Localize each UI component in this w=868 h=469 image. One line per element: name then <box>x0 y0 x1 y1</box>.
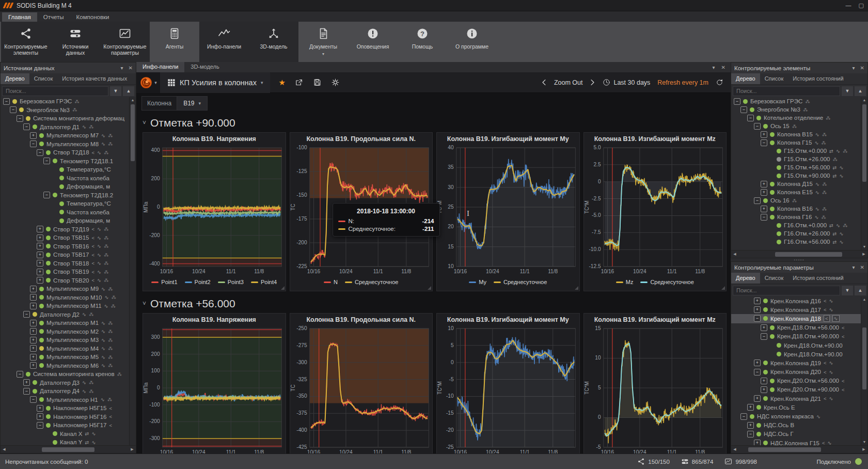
tree-item[interactable]: +Мультиплексор М2∿⁂ <box>1 327 129 336</box>
tree-item[interactable]: +Мультиплексор М5∿⁂ <box>1 353 129 362</box>
filter-up-icon[interactable]: ▲ <box>855 286 866 295</box>
tab-1[interactable]: Дерево <box>1 73 29 84</box>
legend-item[interactable]: Point2 <box>185 279 211 285</box>
panel-resize-handle[interactable] <box>575 286 578 290</box>
tree-item[interactable]: +Наклономер Н5Г16< <box>1 413 129 421</box>
chart-panel-title[interactable]: Колонна В19. Изгибающий момент Mz <box>584 314 727 326</box>
horizontal-scrollbar[interactable]: ◀▶ <box>1 445 136 453</box>
collapse-icon[interactable]: − <box>23 388 30 395</box>
legend-item[interactable]: Среднесуточное <box>640 279 693 285</box>
tree-item[interactable]: +Мультиплексор М1∿⁂ <box>1 319 129 327</box>
tree-item[interactable]: −Крен.Д18.Отм.+90.000< <box>731 332 861 341</box>
expand-icon[interactable]: + <box>30 362 37 369</box>
expand-icon[interactable]: + <box>30 354 37 361</box>
tab-2[interactable]: Список <box>29 73 58 84</box>
menu-tab-1[interactable]: Главная <box>2 12 37 22</box>
minimize-button[interactable]: — <box>846 2 851 9</box>
ribbon-button-help[interactable]: ?Помощь <box>398 22 447 62</box>
tree-item[interactable]: −Мультиплексор Н1∿⁂ <box>1 396 129 404</box>
tree-item[interactable]: +Даталоггер Д3∿⁂ <box>1 379 129 387</box>
tree-item[interactable]: −Ось 15⁂ <box>731 122 861 130</box>
collapse-icon[interactable]: − <box>23 123 30 130</box>
expand-icon[interactable]: + <box>30 337 37 343</box>
tab-3[interactable]: История качеств данных <box>57 73 132 84</box>
tree-item[interactable]: Температура,°С <box>1 165 129 174</box>
tree-item[interactable]: +Крен.Колонна Д21<∿ <box>731 394 861 403</box>
maximize-button[interactable]: ▢ <box>859 2 864 9</box>
expand-icon[interactable]: + <box>747 404 754 411</box>
collapse-icon[interactable]: − <box>30 396 37 403</box>
chart-panel-title[interactable]: Колонна В19. Напряжения <box>143 314 286 326</box>
tree-item[interactable]: +НДС.Колонна Г15<∿ <box>731 439 861 445</box>
tree-item[interactable]: +Створ Т5В19<∿⁂ <box>1 268 129 276</box>
chart-panel-title[interactable]: Колонна В19. Изгибающий момент Му <box>437 133 579 145</box>
settings-gear-icon[interactable] <box>331 78 340 87</box>
zoom-out-button[interactable]: Zoom Out <box>554 79 583 86</box>
collapse-icon[interactable]: − <box>17 115 23 122</box>
expand-icon[interactable]: + <box>37 252 43 258</box>
tree-item[interactable]: +Мультиплексор М4∿⁂ <box>1 345 129 353</box>
tree-item[interactable]: −Даталоггер Д4∿⁂ <box>1 387 129 396</box>
tree-item[interactable]: −Березовская ГРЭС⁂ <box>1 97 129 106</box>
collapse-icon[interactable]: − <box>747 115 754 121</box>
expand-icon[interactable]: + <box>754 359 761 366</box>
document-tab-2[interactable]: 3D-модель <box>184 62 225 72</box>
tree-item[interactable]: Г16.Отм.+0.000⇄∿⁂ <box>731 221 861 229</box>
tree-item[interactable]: −Березовская ГРЭС⁂ <box>731 97 861 105</box>
expand-icon[interactable]: + <box>37 405 43 412</box>
time-range-picker[interactable]: Last 30 days <box>603 79 650 86</box>
tree-item[interactable]: +Крен.Колонна Д17<∿ <box>731 305 861 314</box>
tree-item[interactable]: +Крен.Колонна Д16<∿ <box>731 296 861 305</box>
tree-item[interactable]: −Мультиплексор М8∿⁂ <box>1 140 129 149</box>
share-dashboard-icon[interactable] <box>295 78 304 87</box>
search-input[interactable] <box>2 86 108 96</box>
tree-item[interactable]: −Колонна Г16∿⁂ <box>731 213 861 221</box>
tree-item[interactable]: −Котельное отделение⁂ <box>731 114 861 122</box>
collapse-icon[interactable]: − <box>37 149 43 156</box>
tree-item[interactable]: Крен.Д18.Отм.+90.00 <box>731 341 861 350</box>
tree-item[interactable]: Г15.Отм.+0.000⇄∿⁂ <box>731 147 861 155</box>
collapse-icon[interactable]: − <box>747 431 754 437</box>
tree-item[interactable]: −НДС.Ось Г <box>731 430 861 439</box>
tree-item[interactable]: Деформация, м <box>1 182 129 191</box>
chart-panel-title[interactable]: Колонна В19. Изгибающий момент Му <box>437 314 579 326</box>
filter-up-icon[interactable]: ▲ <box>123 86 134 96</box>
filter-up-icon[interactable]: ▲ <box>855 86 866 96</box>
menu-tab-3[interactable]: Компоновки <box>70 12 116 22</box>
dock-icon[interactable]: ▾ <box>713 65 715 70</box>
filter-down-icon[interactable]: ▼ <box>842 86 853 96</box>
tree-item[interactable]: Крен.Д18.Отм.+90.00 <box>731 350 861 358</box>
ribbon-button-sliders[interactable]: Источники данных <box>51 22 100 62</box>
grafana-logo-icon[interactable]: ▾ <box>136 72 160 93</box>
tree-item[interactable]: −НДС колонн каркаса∿ <box>731 412 861 420</box>
ribbon-button-document[interactable]: Документы▾ <box>298 22 348 62</box>
tree-item[interactable]: −Створ Т2Д18<∿⁂ <box>1 148 129 157</box>
tree-item[interactable]: Г16.Отм.+56.000⇄∿ <box>731 238 861 246</box>
tree-item[interactable]: Г15.Отм.+56.000⇄∿ <box>731 163 861 171</box>
vertical-scrollbar[interactable]: ▲▼ <box>861 296 867 445</box>
tree-item[interactable]: +Мультиплексор М10∿⁂ <box>1 293 129 302</box>
expand-icon[interactable]: + <box>30 294 37 301</box>
collapse-icon[interactable]: − <box>754 369 761 376</box>
expand-icon[interactable]: + <box>30 328 37 335</box>
ribbon-button-info[interactable]: О программе <box>447 22 497 62</box>
tree-item[interactable]: −Крен.Колонна Д18<∿ <box>731 314 861 323</box>
collapse-icon[interactable]: − <box>43 158 50 164</box>
legend-item[interactable]: Point3 <box>218 279 244 285</box>
chart-panel-title[interactable]: Колонна В19. Изгибающий момент Mz <box>584 133 727 145</box>
tab-3[interactable]: История состояний <box>788 73 848 84</box>
collapse-icon[interactable]: − <box>740 106 747 113</box>
document-tab-1[interactable]: Инфо-панели <box>136 62 184 72</box>
tree-item[interactable]: −Крен.Колонна Д20<∿ <box>731 368 861 377</box>
expand-icon[interactable]: + <box>37 260 43 267</box>
tree-item[interactable]: −Даталоггер Д2∿⁂ <box>1 310 129 319</box>
tree-item[interactable]: −Даталоггер Д1∿⁂ <box>1 123 129 132</box>
tab-4[interactable]: История <box>132 73 136 84</box>
filter-down-icon[interactable]: ▼ <box>110 86 121 96</box>
expand-icon[interactable]: + <box>37 277 43 284</box>
tree-item[interactable]: −Энергоблок №3⁂ <box>731 105 861 114</box>
tree-item[interactable]: Канал X⇄∿ <box>1 430 129 439</box>
expand-icon[interactable]: + <box>37 243 43 249</box>
tree-item[interactable]: Г15.Отм.+90.000⇄∿ <box>731 171 861 180</box>
collapse-icon[interactable]: − <box>761 214 767 221</box>
